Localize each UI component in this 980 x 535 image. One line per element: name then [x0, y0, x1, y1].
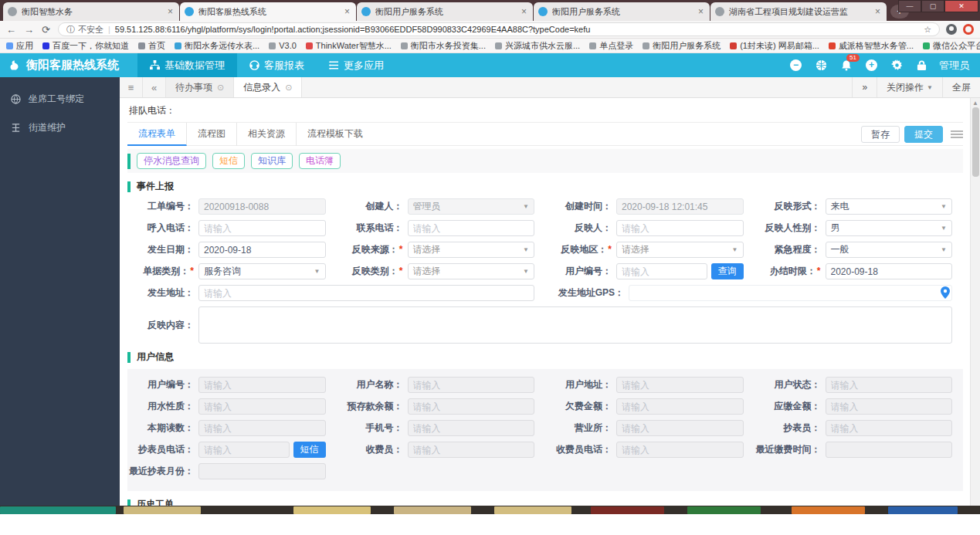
input-抄表员电话[interactable] [198, 442, 290, 458]
browser-tab[interactable]: 衡阳用户服务系统× [357, 2, 533, 21]
close-operations-dropdown[interactable]: 关闭操作▼ [877, 77, 942, 97]
tab-close-circle-icon[interactable]: ⊙ [217, 83, 224, 93]
bookmark-item[interactable]: V3.0 [269, 41, 297, 50]
select-反映地区[interactable]: 请选择▼ [616, 242, 744, 258]
browser-tab[interactable]: 衡阳用户服务系统× [534, 2, 710, 21]
input-抄表员[interactable] [826, 420, 953, 436]
input-预存款余额[interactable] [408, 398, 535, 415]
input-办结时限[interactable] [826, 263, 953, 279]
select-单据类别[interactable]: 服务咨询▼ [198, 263, 326, 279]
save-draft-button[interactable]: 暂存 [861, 126, 900, 143]
scroll-tabs-right-icon[interactable]: » [852, 77, 877, 97]
nav-item-menu[interactable]: 更多应用 [317, 53, 396, 77]
content-scrollbar[interactable]: ▲ [970, 98, 980, 506]
flow-tab[interactable]: 流程表单 [127, 123, 187, 146]
forward-icon[interactable]: → [24, 24, 34, 36]
url-text[interactable]: 59.51.125.88:6116/yhgl/platform/sys/logi… [115, 25, 919, 34]
select-紧急程度[interactable]: 一般▼ [826, 242, 953, 258]
input-用户编号[interactable] [616, 263, 707, 279]
quick-action-button[interactable]: 停水消息查询 [137, 153, 206, 169]
bookmark-item[interactable]: 兴源城市供水云服... [495, 40, 580, 52]
settings-gear-icon[interactable] [891, 59, 903, 71]
input-最近缴费时间[interactable] [826, 442, 953, 458]
bookmark-item[interactable]: (1封未读) 网易邮箱... [730, 40, 819, 52]
input-最近抄表月份[interactable] [198, 463, 326, 479]
select-反映类别[interactable]: 请选择▼ [408, 263, 535, 279]
location-pin-icon[interactable] [940, 286, 951, 299]
select-反映人性别[interactable]: 男▼ [826, 220, 953, 236]
input-用户状态[interactable] [826, 377, 953, 393]
taskbar-app-icon[interactable] [792, 506, 865, 514]
user-name[interactable]: 管理员 [939, 59, 969, 73]
taskbar-app-icon[interactable] [687, 506, 761, 514]
input-发生地址GPS[interactable] [629, 285, 952, 301]
input-工单编号[interactable] [198, 198, 326, 215]
input-本期读数[interactable] [198, 420, 326, 436]
tab-close-icon[interactable]: × [520, 6, 528, 17]
nav-item-headset[interactable]: 客服报表 [237, 53, 317, 77]
sidebar-item[interactable]: 坐席工号绑定 [0, 85, 120, 113]
add-circle-icon[interactable]: + [866, 59, 877, 71]
quick-action-button[interactable]: 短信 [212, 153, 245, 169]
select-反映形式[interactable]: 来电▼ [826, 198, 953, 215]
browser-tab[interactable]: 衡阳客服热线系统× [180, 2, 356, 21]
scrollbar-thumb[interactable] [972, 107, 979, 177]
submit-button[interactable]: 提交 [904, 126, 943, 143]
input-用户地址[interactable] [616, 377, 744, 393]
tab-close-icon[interactable]: × [343, 6, 351, 17]
quick-action-button[interactable]: 知识库 [251, 153, 293, 169]
lock-icon[interactable] [917, 60, 927, 71]
scroll-up-icon[interactable]: ▲ [971, 98, 980, 107]
input-收费员[interactable] [408, 442, 535, 458]
menu-toggle-icon[interactable]: ≡ [120, 77, 143, 97]
tab-close-icon[interactable]: × [697, 6, 705, 17]
tab-close-icon[interactable]: × [166, 6, 175, 17]
input-用水性质[interactable] [198, 398, 326, 415]
nav-item-org[interactable]: 基础数据管理 [137, 53, 237, 77]
input-应缴金额[interactable] [826, 398, 953, 415]
fullscreen-button[interactable]: 全屏 [942, 77, 980, 97]
bookmark-item[interactable]: 威派格智慧水务管... [829, 40, 914, 52]
bookmark-item[interactable]: ThinkWater智慧水... [306, 40, 392, 52]
flow-tab[interactable]: 相关资源 [237, 123, 297, 146]
taskbar-app-icon[interactable] [591, 506, 664, 514]
window-maximize-button[interactable]: ▢ [921, 0, 944, 12]
info-icon[interactable]: ⓘ [66, 24, 75, 36]
workspace-tab[interactable]: 信息录入⊙ [234, 77, 302, 97]
select-创建人[interactable]: 管理员▼ [408, 198, 535, 215]
input-呼入电话[interactable] [198, 220, 326, 236]
button-短信[interactable]: 短信 [293, 442, 326, 458]
input-创建时间[interactable] [616, 198, 744, 215]
sidebar-item[interactable]: 街道维护 [0, 113, 120, 142]
bookmark-item[interactable]: 首页 [138, 40, 165, 52]
input-发生地址[interactable] [198, 285, 534, 301]
bookmark-item[interactable]: 微信公众平台 [923, 40, 980, 52]
taskbar-folder-icon[interactable] [394, 506, 471, 514]
browser-profile-icon[interactable] [946, 24, 957, 35]
bookmark-item[interactable]: 衡阳用户服务系统 [643, 40, 721, 52]
textarea-反映内容[interactable] [198, 306, 952, 344]
quick-action-button[interactable]: 电话簿 [299, 153, 341, 169]
address-bar[interactable]: ⓘ 不安全 | 59.51.125.88:6116/yhgl/platform/… [58, 22, 940, 36]
minimize-circle-icon[interactable]: − [790, 59, 802, 71]
bookmark-item[interactable]: 衡阳市水务投资集... [401, 40, 486, 52]
scroll-tabs-left-icon[interactable]: « [143, 77, 166, 97]
window-minimize-button[interactable]: — [898, 0, 921, 12]
bookmark-item[interactable]: 单点登录 [589, 40, 633, 52]
window-close-button[interactable]: ✕ [944, 0, 978, 12]
bookmark-star-icon[interactable]: ☆ [924, 25, 931, 35]
button-查询[interactable]: 查询 [711, 263, 744, 279]
list-view-icon[interactable] [951, 130, 963, 138]
browser-tab[interactable]: 衡阳智慧水务× [3, 2, 179, 21]
input-手机号[interactable] [408, 420, 535, 436]
bookmark-item[interactable]: 应用 [6, 40, 33, 52]
input-欠费金额[interactable] [616, 398, 744, 415]
browser-menu-icon[interactable] [963, 24, 974, 35]
input-联系电话[interactable] [408, 220, 535, 236]
workspace-tab[interactable]: 待办事项⊙ [166, 77, 234, 97]
taskbar-folder-icon[interactable] [293, 506, 371, 514]
flow-tab[interactable]: 流程图 [187, 123, 237, 146]
input-营业所[interactable] [616, 420, 744, 436]
input-收费员电话[interactable] [616, 442, 744, 458]
input-反映人[interactable] [616, 220, 744, 236]
